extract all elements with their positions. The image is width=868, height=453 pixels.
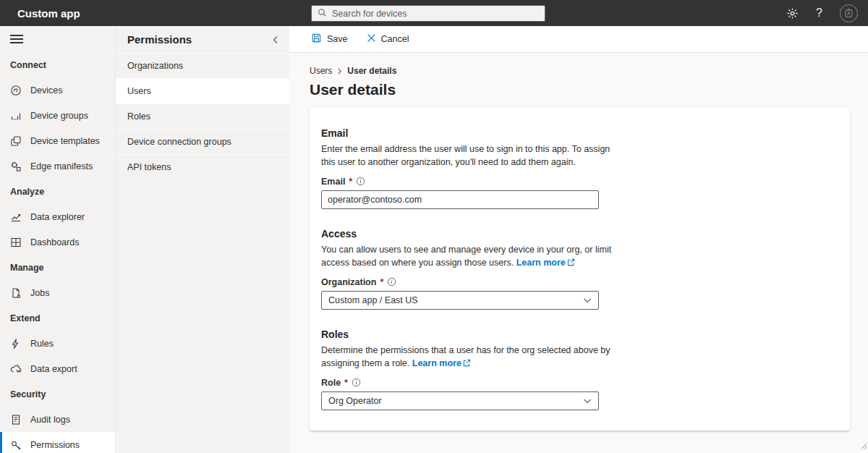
help-icon[interactable]: ? <box>816 7 822 20</box>
sidebar-item-data-explorer[interactable]: Data explorer <box>0 204 115 229</box>
sidebar-item-dashboards[interactable]: Dashboards <box>0 229 115 255</box>
cancel-button[interactable]: Cancel <box>367 33 409 45</box>
left-nav: Connect Devices Device groups <box>0 26 116 453</box>
sidebar-item-rules[interactable]: Rules <box>0 331 115 356</box>
rules-icon <box>10 338 22 350</box>
sidebar-item-label: Data explorer <box>30 212 85 222</box>
topbar-actions: ? <box>786 0 858 26</box>
jobs-icon <box>10 287 22 299</box>
global-search[interactable] <box>311 5 545 22</box>
sidebar-item-edge-manifests[interactable]: Edge manifests <box>0 153 115 179</box>
sidebar-item-permissions[interactable]: Permissions <box>0 432 115 453</box>
roles-learn-more-link[interactable]: Learn more <box>412 358 471 368</box>
save-button[interactable]: Save <box>311 33 348 46</box>
panel-item-label: Users <box>127 86 151 96</box>
page-title: User details <box>310 81 868 98</box>
device-templates-icon <box>10 135 22 147</box>
organization-dropdown[interactable]: Custom app / East US <box>321 291 599 310</box>
required-marker: * <box>349 177 352 187</box>
roles-section: Roles Determine the permissions that a u… <box>321 329 838 410</box>
audit-logs-icon <box>10 414 22 426</box>
sidebar-item-data-export[interactable]: Data export <box>0 356 115 381</box>
sidebar-item-devices[interactable]: Devices <box>0 77 115 103</box>
sidebar-item-label: Rules <box>30 339 54 349</box>
panel-item-label: Organizations <box>127 61 183 71</box>
breadcrumb: Users User details <box>310 66 868 76</box>
sidebar-item-label: Permissions <box>30 440 80 450</box>
section-title: Roles <box>321 329 838 340</box>
sidebar-item-label: Audit logs <box>30 415 70 425</box>
section-title: Access <box>321 228 838 240</box>
sidebar-item-device-templates[interactable]: Device templates <box>0 128 115 153</box>
data-explorer-icon <box>10 211 22 223</box>
nav-header-analyze: Analyze <box>0 179 115 204</box>
main-area: Save Cancel Users User details <box>289 26 868 453</box>
info-icon[interactable] <box>387 277 396 287</box>
required-marker: * <box>344 378 348 388</box>
access-section: Access You can allow users to see and ma… <box>321 228 838 310</box>
panel-item-api-tokens[interactable]: API tokens <box>116 154 289 179</box>
role-dropdown[interactable]: Org Operator <box>321 391 599 410</box>
chevron-left-icon[interactable] <box>271 35 280 44</box>
save-icon <box>311 33 322 46</box>
panel-item-label: API tokens <box>127 162 171 172</box>
info-icon[interactable] <box>352 378 361 387</box>
chevron-right-icon <box>336 68 343 75</box>
sidebar-item-label: Device templates <box>30 136 100 146</box>
avatar-icon[interactable] <box>840 4 858 22</box>
section-description: Enter the email address the user will us… <box>321 143 613 169</box>
app-frame: Connect Devices Device groups <box>0 26 868 453</box>
resize-grip-icon[interactable] <box>861 439 867 452</box>
panel-item-label: Device connection groups <box>127 137 231 147</box>
sidebar-item-audit-logs[interactable]: Audit logs <box>0 407 115 432</box>
external-link-icon <box>463 359 471 367</box>
sidebar-item-jobs[interactable]: Jobs <box>0 280 115 305</box>
content-area: Users User details User details Email En… <box>289 53 868 453</box>
panel-item-label: Roles <box>127 111 150 122</box>
cancel-label: Cancel <box>381 34 409 44</box>
panel-item-organizations[interactable]: Organizations <box>116 53 289 78</box>
nav-header-security: Security <box>0 381 115 407</box>
breadcrumb-users-link[interactable]: Users <box>310 66 332 76</box>
chevron-down-icon <box>583 296 592 305</box>
app-title[interactable]: Custom app <box>17 7 80 20</box>
nav-header-connect: Connect <box>0 52 115 77</box>
nav-header-manage: Manage <box>0 255 115 280</box>
user-details-card: Email Enter the email address the user w… <box>310 108 850 431</box>
sidebar-item-label: Device groups <box>30 111 88 121</box>
sidebar-item-label: Dashboards <box>30 237 79 247</box>
topbar: Custom app ? <box>0 0 868 26</box>
device-groups-icon <box>10 110 22 122</box>
permissions-panel: Permissions Organizations Users Roles De… <box>116 26 289 453</box>
organization-dropdown-value: Custom app / East US <box>328 295 418 305</box>
external-link-icon <box>567 258 575 266</box>
chevron-down-icon <box>583 397 592 405</box>
hamburger-menu-icon[interactable] <box>10 34 23 44</box>
panel-item-users[interactable]: Users <box>116 78 289 103</box>
section-title: Email <box>321 127 838 139</box>
dashboards-icon <box>10 237 22 248</box>
search-icon <box>318 7 327 20</box>
role-field-label: Role <box>321 378 341 388</box>
devices-icon <box>10 85 22 96</box>
required-marker: * <box>380 277 383 287</box>
breadcrumb-current: User details <box>347 66 396 76</box>
gear-icon[interactable] <box>786 7 799 20</box>
search-input[interactable] <box>332 9 539 19</box>
data-export-icon <box>10 363 22 375</box>
sidebar-item-device-groups[interactable]: Device groups <box>0 103 115 128</box>
sidebar-item-label: Jobs <box>30 288 49 298</box>
role-dropdown-value: Org Operator <box>328 396 382 406</box>
email-field[interactable] <box>321 190 599 209</box>
email-field-label: Email <box>321 177 345 187</box>
command-bar: Save Cancel <box>289 26 868 53</box>
sidebar-item-label: Devices <box>30 85 62 96</box>
info-icon[interactable] <box>356 177 365 186</box>
panel-item-roles[interactable]: Roles <box>116 103 289 129</box>
panel-item-device-connection-groups[interactable]: Device connection groups <box>116 129 289 154</box>
access-learn-more-link[interactable]: Learn more <box>516 258 575 268</box>
nav-header-extend: Extend <box>0 305 115 331</box>
close-icon <box>367 33 376 45</box>
organization-field-label: Organization <box>321 277 376 287</box>
permissions-icon <box>10 439 22 451</box>
